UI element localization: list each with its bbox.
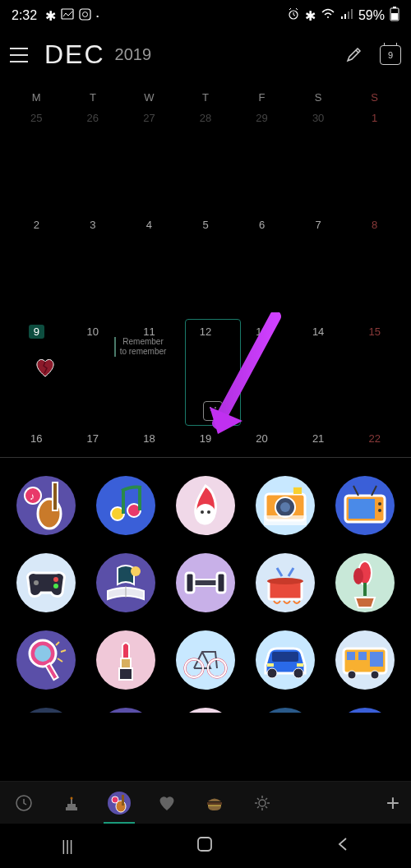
svg-rect-47 bbox=[186, 573, 194, 593]
day-cell[interactable]: 20 bbox=[233, 429, 290, 445]
menu-button[interactable] bbox=[10, 48, 30, 62]
sticker-bus[interactable] bbox=[334, 629, 396, 691]
svg-text:♪: ♪ bbox=[30, 491, 35, 502]
sticker-gift[interactable] bbox=[15, 706, 77, 713]
svg-rect-78 bbox=[370, 652, 383, 667]
day-cell[interactable]: 5 bbox=[178, 215, 234, 231]
day-cell[interactable]: 21 bbox=[290, 429, 347, 445]
recents-button[interactable]: ||| bbox=[62, 838, 73, 855]
sticker-train[interactable] bbox=[254, 706, 316, 713]
svg-rect-6 bbox=[344, 14, 346, 19]
home-button[interactable] bbox=[196, 836, 213, 856]
svg-point-58 bbox=[35, 645, 51, 662]
day-cell[interactable]: 12 bbox=[178, 322, 234, 338]
sticker-flame-character[interactable] bbox=[174, 474, 237, 537]
broken-heart-sticker[interactable] bbox=[33, 355, 58, 380]
day-cell[interactable]: 3 bbox=[65, 215, 122, 231]
day-cell[interactable]: 4 bbox=[121, 215, 178, 231]
svg-point-51 bbox=[267, 578, 303, 584]
sticker-flag[interactable]: ⚓ bbox=[95, 706, 157, 713]
sticker-car[interactable] bbox=[254, 629, 316, 691]
dow-label: T bbox=[65, 86, 122, 108]
battery-icon bbox=[390, 7, 399, 25]
svg-point-26 bbox=[201, 510, 204, 514]
svg-point-40 bbox=[34, 580, 39, 585]
status-time: 2:32 bbox=[12, 8, 37, 23]
svg-rect-107 bbox=[198, 838, 211, 851]
sticker-airplane[interactable] bbox=[334, 706, 396, 713]
svg-rect-0 bbox=[62, 9, 73, 19]
wifi-icon bbox=[321, 8, 335, 23]
day-cell[interactable]: 28 bbox=[178, 108, 234, 124]
svg-point-79 bbox=[348, 671, 356, 679]
svg-point-44 bbox=[131, 566, 141, 576]
day-cell[interactable]: 10 bbox=[65, 322, 122, 338]
svg-rect-72 bbox=[267, 663, 274, 667]
dow-label: S bbox=[346, 86, 403, 108]
sticker-bicycle[interactable] bbox=[174, 629, 237, 691]
sticker-guitar-music[interactable]: ♪ bbox=[15, 474, 77, 537]
svg-rect-8 bbox=[351, 9, 353, 19]
sticker-grid[interactable]: ♪⚓ bbox=[0, 458, 411, 713]
day-cell[interactable]: 30 bbox=[290, 108, 347, 124]
edit-button[interactable] bbox=[344, 44, 365, 66]
tab-settings[interactable] bbox=[250, 791, 275, 815]
svg-point-19 bbox=[96, 476, 155, 535]
day-cell[interactable]: 11 bbox=[121, 322, 178, 338]
tab-cake[interactable] bbox=[59, 791, 84, 815]
today-button[interactable]: 9 bbox=[380, 44, 401, 66]
tab-food[interactable] bbox=[202, 791, 227, 815]
day-cell[interactable]: 8 bbox=[346, 215, 403, 231]
sticker-hand-mirror[interactable] bbox=[15, 629, 77, 691]
header-year[interactable]: 2019 bbox=[115, 45, 152, 64]
add-tab-button[interactable]: + bbox=[386, 790, 399, 816]
svg-point-90 bbox=[256, 708, 315, 713]
sticker-tv[interactable] bbox=[334, 474, 396, 537]
event-note[interactable]: Remember to remember bbox=[114, 337, 167, 357]
signal-icon bbox=[340, 8, 353, 23]
day-cell[interactable]: 15 bbox=[346, 322, 403, 338]
svg-point-27 bbox=[207, 510, 210, 514]
day-cell[interactable]: 22 bbox=[346, 429, 403, 445]
day-cell[interactable]: 26 bbox=[65, 108, 122, 124]
sticker-camera[interactable] bbox=[254, 474, 316, 537]
day-cell[interactable]: 1 bbox=[346, 108, 403, 124]
day-cell[interactable]: 7 bbox=[290, 215, 347, 231]
day-cell[interactable]: 19 bbox=[178, 429, 234, 445]
sticker-dumbbell[interactable] bbox=[174, 552, 237, 614]
day-cell[interactable]: 9 bbox=[8, 322, 65, 338]
svg-point-4 bbox=[327, 16, 329, 18]
svg-rect-62 bbox=[119, 668, 132, 680]
bluetooth-icon: ✱ bbox=[305, 8, 316, 24]
day-cell[interactable]: 29 bbox=[233, 108, 290, 124]
sticker-placeholder-icon[interactable] bbox=[203, 401, 223, 421]
tab-recent[interactable] bbox=[12, 791, 36, 815]
tab-hobby[interactable] bbox=[107, 791, 132, 815]
week-row: 16171819202122 bbox=[8, 429, 403, 452]
sticker-lipstick[interactable] bbox=[95, 629, 157, 691]
day-cell[interactable]: 25 bbox=[8, 108, 65, 124]
day-cell[interactable]: 14 bbox=[290, 322, 347, 338]
day-cell[interactable]: 18 bbox=[121, 429, 178, 445]
day-cell[interactable]: 16 bbox=[8, 429, 65, 445]
sticker-gamepad[interactable] bbox=[15, 552, 77, 614]
svg-rect-1 bbox=[80, 9, 90, 20]
svg-rect-55 bbox=[363, 583, 367, 596]
sticker-music-notes[interactable] bbox=[95, 474, 157, 537]
back-button[interactable] bbox=[336, 836, 349, 856]
day-cell[interactable]: 6 bbox=[233, 215, 290, 231]
day-cell[interactable]: 17 bbox=[65, 429, 122, 445]
sticker-flower[interactable] bbox=[334, 552, 396, 614]
tab-favorite[interactable] bbox=[155, 791, 179, 815]
day-cell[interactable]: 27 bbox=[121, 108, 178, 124]
sticker-reading[interactable] bbox=[95, 552, 157, 614]
sticker-sailboat[interactable] bbox=[174, 706, 237, 713]
svg-point-42 bbox=[53, 584, 58, 589]
day-cell[interactable]: 13 bbox=[233, 322, 290, 338]
day-cell[interactable]: 2 bbox=[8, 215, 65, 231]
sticker-cooking-pot[interactable] bbox=[254, 552, 316, 614]
svg-rect-32 bbox=[293, 487, 302, 494]
svg-rect-36 bbox=[349, 499, 375, 519]
header-month[interactable]: DEC bbox=[44, 39, 105, 70]
svg-point-25 bbox=[196, 504, 215, 524]
